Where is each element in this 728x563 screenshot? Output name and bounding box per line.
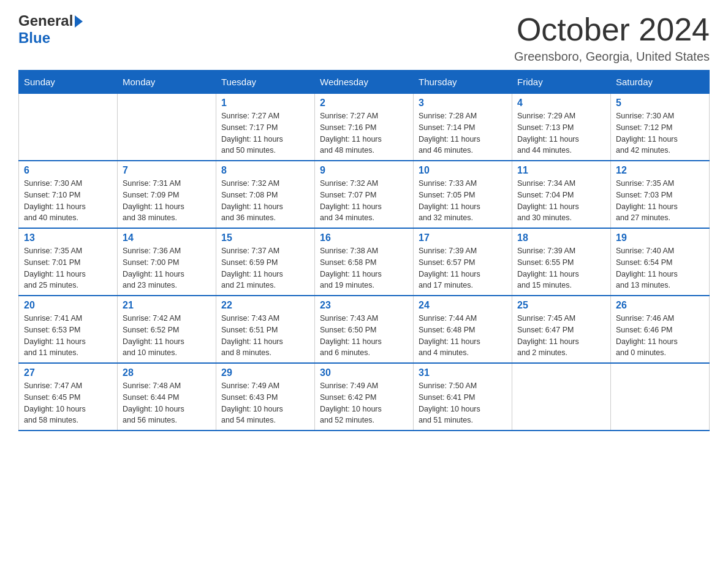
month-title: October 2024 xyxy=(514,12,710,47)
day-info: Sunrise: 7:44 AM Sunset: 6:48 PM Dayligh… xyxy=(419,313,507,359)
day-info: Sunrise: 7:49 AM Sunset: 6:43 PM Dayligh… xyxy=(221,380,309,426)
calendar-cell: 6Sunrise: 7:30 AM Sunset: 7:10 PM Daylig… xyxy=(19,161,118,228)
day-number: 28 xyxy=(123,367,211,378)
day-info: Sunrise: 7:38 AM Sunset: 6:58 PM Dayligh… xyxy=(320,245,408,291)
calendar-cell: 26Sunrise: 7:46 AM Sunset: 6:46 PM Dayli… xyxy=(611,296,710,363)
day-number: 9 xyxy=(320,165,408,176)
location-title: Greensboro, Georgia, United States xyxy=(514,50,710,64)
day-info: Sunrise: 7:35 AM Sunset: 7:03 PM Dayligh… xyxy=(616,178,704,224)
day-info: Sunrise: 7:34 AM Sunset: 7:04 PM Dayligh… xyxy=(517,178,605,224)
day-number: 13 xyxy=(24,232,112,243)
day-info: Sunrise: 7:28 AM Sunset: 7:14 PM Dayligh… xyxy=(419,110,507,156)
calendar-cell: 22Sunrise: 7:43 AM Sunset: 6:51 PM Dayli… xyxy=(216,296,315,363)
calendar-cell: 21Sunrise: 7:42 AM Sunset: 6:52 PM Dayli… xyxy=(118,296,216,363)
day-info: Sunrise: 7:30 AM Sunset: 7:12 PM Dayligh… xyxy=(616,110,704,156)
calendar-cell: 5Sunrise: 7:30 AM Sunset: 7:12 PM Daylig… xyxy=(611,94,710,161)
page-header: General Blue October 2024 Greensboro, Ge… xyxy=(18,12,710,64)
day-info: Sunrise: 7:32 AM Sunset: 7:08 PM Dayligh… xyxy=(221,178,309,224)
day-info: Sunrise: 7:29 AM Sunset: 7:13 PM Dayligh… xyxy=(517,110,605,156)
calendar-cell: 28Sunrise: 7:48 AM Sunset: 6:44 PM Dayli… xyxy=(118,363,216,431)
day-number: 5 xyxy=(616,98,704,109)
calendar-cell: 27Sunrise: 7:47 AM Sunset: 6:45 PM Dayli… xyxy=(19,363,118,431)
day-info: Sunrise: 7:33 AM Sunset: 7:05 PM Dayligh… xyxy=(419,178,507,224)
day-info: Sunrise: 7:43 AM Sunset: 6:51 PM Dayligh… xyxy=(221,313,309,359)
weekday-header-monday: Monday xyxy=(118,71,216,94)
calendar-cell xyxy=(118,94,216,161)
calendar-cell: 25Sunrise: 7:45 AM Sunset: 6:47 PM Dayli… xyxy=(512,296,611,363)
day-info: Sunrise: 7:35 AM Sunset: 7:01 PM Dayligh… xyxy=(24,245,112,291)
calendar-cell: 30Sunrise: 7:49 AM Sunset: 6:42 PM Dayli… xyxy=(315,363,414,431)
day-number: 4 xyxy=(517,98,605,109)
calendar-cell: 12Sunrise: 7:35 AM Sunset: 7:03 PM Dayli… xyxy=(611,161,710,228)
day-info: Sunrise: 7:39 AM Sunset: 6:57 PM Dayligh… xyxy=(419,245,507,291)
day-info: Sunrise: 7:27 AM Sunset: 7:17 PM Dayligh… xyxy=(221,110,309,156)
day-number: 21 xyxy=(123,300,211,311)
day-number: 12 xyxy=(616,165,704,176)
calendar-cell: 29Sunrise: 7:49 AM Sunset: 6:43 PM Dayli… xyxy=(216,363,315,431)
calendar-cell: 23Sunrise: 7:43 AM Sunset: 6:50 PM Dayli… xyxy=(315,296,414,363)
calendar-cell xyxy=(512,363,611,431)
day-info: Sunrise: 7:32 AM Sunset: 7:07 PM Dayligh… xyxy=(320,178,408,224)
calendar-body: 1Sunrise: 7:27 AM Sunset: 7:17 PM Daylig… xyxy=(19,94,710,431)
day-info: Sunrise: 7:31 AM Sunset: 7:09 PM Dayligh… xyxy=(123,178,211,224)
calendar-cell: 16Sunrise: 7:38 AM Sunset: 6:58 PM Dayli… xyxy=(315,228,414,296)
day-info: Sunrise: 7:41 AM Sunset: 6:53 PM Dayligh… xyxy=(24,313,112,359)
day-number: 27 xyxy=(24,367,112,378)
weekday-header-saturday: Saturday xyxy=(611,71,710,94)
day-number: 29 xyxy=(221,367,309,378)
weekday-header-thursday: Thursday xyxy=(414,71,512,94)
calendar-cell: 8Sunrise: 7:32 AM Sunset: 7:08 PM Daylig… xyxy=(216,161,315,228)
day-info: Sunrise: 7:27 AM Sunset: 7:16 PM Dayligh… xyxy=(320,110,408,156)
day-number: 19 xyxy=(616,232,704,243)
day-number: 6 xyxy=(24,165,112,176)
day-number: 7 xyxy=(123,165,211,176)
day-info: Sunrise: 7:50 AM Sunset: 6:41 PM Dayligh… xyxy=(419,380,507,426)
calendar-cell: 9Sunrise: 7:32 AM Sunset: 7:07 PM Daylig… xyxy=(315,161,414,228)
calendar-cell: 4Sunrise: 7:29 AM Sunset: 7:13 PM Daylig… xyxy=(512,94,611,161)
calendar-cell: 7Sunrise: 7:31 AM Sunset: 7:09 PM Daylig… xyxy=(118,161,216,228)
calendar-cell: 3Sunrise: 7:28 AM Sunset: 7:14 PM Daylig… xyxy=(414,94,512,161)
day-number: 24 xyxy=(419,300,507,311)
calendar-cell: 14Sunrise: 7:36 AM Sunset: 7:00 PM Dayli… xyxy=(118,228,216,296)
logo-general-text: General xyxy=(18,12,73,29)
day-number: 11 xyxy=(517,165,605,176)
calendar-cell: 31Sunrise: 7:50 AM Sunset: 6:41 PM Dayli… xyxy=(414,363,512,431)
weekday-header-friday: Friday xyxy=(512,71,611,94)
calendar-table: SundayMondayTuesdayWednesdayThursdayFrid… xyxy=(18,70,710,431)
logo: General Blue xyxy=(18,12,83,47)
calendar-week-row: 6Sunrise: 7:30 AM Sunset: 7:10 PM Daylig… xyxy=(19,161,710,228)
day-number: 16 xyxy=(320,232,408,243)
day-info: Sunrise: 7:36 AM Sunset: 7:00 PM Dayligh… xyxy=(123,245,211,291)
logo-arrow-icon xyxy=(75,15,83,28)
calendar-cell: 13Sunrise: 7:35 AM Sunset: 7:01 PM Dayli… xyxy=(19,228,118,296)
day-number: 10 xyxy=(419,165,507,176)
calendar-cell: 19Sunrise: 7:40 AM Sunset: 6:54 PM Dayli… xyxy=(611,228,710,296)
calendar-cell: 11Sunrise: 7:34 AM Sunset: 7:04 PM Dayli… xyxy=(512,161,611,228)
calendar-cell: 18Sunrise: 7:39 AM Sunset: 6:55 PM Dayli… xyxy=(512,228,611,296)
day-number: 26 xyxy=(616,300,704,311)
day-info: Sunrise: 7:37 AM Sunset: 6:59 PM Dayligh… xyxy=(221,245,309,291)
day-info: Sunrise: 7:43 AM Sunset: 6:50 PM Dayligh… xyxy=(320,313,408,359)
calendar-week-row: 13Sunrise: 7:35 AM Sunset: 7:01 PM Dayli… xyxy=(19,228,710,296)
day-number: 3 xyxy=(419,98,507,109)
calendar-week-row: 20Sunrise: 7:41 AM Sunset: 6:53 PM Dayli… xyxy=(19,296,710,363)
day-number: 22 xyxy=(221,300,309,311)
calendar-cell: 17Sunrise: 7:39 AM Sunset: 6:57 PM Dayli… xyxy=(414,228,512,296)
calendar-cell xyxy=(611,363,710,431)
day-number: 15 xyxy=(221,232,309,243)
calendar-cell: 24Sunrise: 7:44 AM Sunset: 6:48 PM Dayli… xyxy=(414,296,512,363)
day-info: Sunrise: 7:45 AM Sunset: 6:47 PM Dayligh… xyxy=(517,313,605,359)
weekday-header-tuesday: Tuesday xyxy=(216,71,315,94)
day-info: Sunrise: 7:30 AM Sunset: 7:10 PM Dayligh… xyxy=(24,178,112,224)
calendar-cell: 10Sunrise: 7:33 AM Sunset: 7:05 PM Dayli… xyxy=(414,161,512,228)
calendar-cell: 20Sunrise: 7:41 AM Sunset: 6:53 PM Dayli… xyxy=(19,296,118,363)
logo-blue-text: Blue xyxy=(18,29,50,46)
day-number: 20 xyxy=(24,300,112,311)
day-number: 23 xyxy=(320,300,408,311)
weekday-header-sunday: Sunday xyxy=(19,71,118,94)
day-info: Sunrise: 7:47 AM Sunset: 6:45 PM Dayligh… xyxy=(24,380,112,426)
day-number: 1 xyxy=(221,98,309,109)
day-info: Sunrise: 7:40 AM Sunset: 6:54 PM Dayligh… xyxy=(616,245,704,291)
day-info: Sunrise: 7:42 AM Sunset: 6:52 PM Dayligh… xyxy=(123,313,211,359)
day-number: 31 xyxy=(419,367,507,378)
